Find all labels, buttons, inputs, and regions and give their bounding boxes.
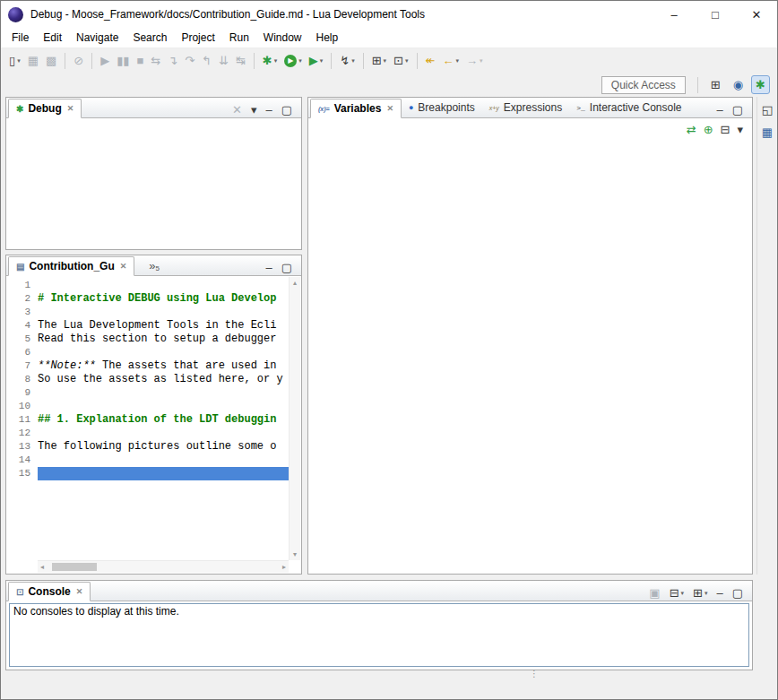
- back-button[interactable]: ←▾: [439, 53, 462, 68]
- line-number[interactable]: 15: [7, 467, 38, 480]
- menu-item[interactable]: File: [4, 29, 36, 47]
- forward-button[interactable]: →▾: [463, 53, 486, 68]
- menu-item[interactable]: Help: [309, 29, 346, 47]
- step-return-button[interactable]: ↰: [199, 53, 214, 68]
- close-window-button[interactable]: ✕: [736, 1, 777, 28]
- maximize-view-button[interactable]: ▢: [279, 102, 295, 117]
- menu-item[interactable]: Window: [256, 29, 309, 47]
- open-wizard-button[interactable]: ⊡▾: [391, 53, 411, 68]
- menu-item[interactable]: Navigate: [69, 29, 125, 47]
- debug-view-icon: ✱: [16, 104, 23, 114]
- console-output[interactable]: No consoles to display at this time.: [9, 603, 749, 667]
- attach-debug-button[interactable]: ↯▾: [337, 53, 357, 68]
- editor-horizontal-scrollbar[interactable]: ◂ ▸: [38, 560, 289, 573]
- open-console-button[interactable]: ⊞▾: [690, 585, 710, 601]
- display-selected-console-button[interactable]: ⊟▾: [667, 585, 687, 601]
- minimize-window-button[interactable]: –: [653, 1, 695, 28]
- collapse-all-button[interactable]: ⊟: [718, 122, 733, 137]
- scrollbar-thumb[interactable]: [52, 563, 97, 571]
- lua-perspective-button[interactable]: ◉: [729, 75, 748, 94]
- menu-item[interactable]: Search: [125, 29, 174, 47]
- minimize-view-button[interactable]: –: [713, 102, 725, 117]
- save-button[interactable]: ▦: [25, 53, 41, 68]
- quick-access-field[interactable]: Quick Access: [601, 76, 686, 94]
- tab-variables[interactable]: (x)= Variables ✕: [310, 99, 402, 118]
- save-all-button[interactable]: ▩: [43, 53, 59, 68]
- debug-perspective-button[interactable]: ✱: [751, 75, 770, 94]
- scroll-right-icon[interactable]: ▸: [280, 561, 289, 573]
- tab-breakpoints[interactable]: ● Breakpoints: [402, 98, 482, 117]
- scroll-down-icon[interactable]: ▾: [290, 549, 299, 560]
- use-step-filters-button[interactable]: ↹: [233, 53, 248, 68]
- tab-expressions[interactable]: x+y Expressions: [482, 98, 569, 117]
- line-number[interactable]: 6: [7, 346, 38, 359]
- line-number[interactable]: 8: [7, 373, 38, 386]
- tab-debug[interactable]: ✱ Debug ✕: [8, 99, 82, 118]
- line-number[interactable]: 5: [7, 333, 38, 346]
- external-tools-button[interactable]: ▶▾: [307, 53, 326, 68]
- view-menu-button[interactable]: ▾: [248, 102, 260, 117]
- minimize-view-button[interactable]: –: [263, 260, 274, 275]
- new-wizard-button[interactable]: ⊞▾: [369, 53, 389, 68]
- maximize-view-button[interactable]: ▢: [730, 585, 746, 601]
- sash-handle[interactable]: ⋮: [528, 670, 540, 678]
- line-number[interactable]: 11: [7, 413, 38, 427]
- remove-all-terminated-button[interactable]: ✕: [229, 102, 245, 117]
- line-number[interactable]: 13: [7, 440, 38, 454]
- close-tab-icon[interactable]: ✕: [120, 262, 127, 271]
- editor-text-area[interactable]: 1 2 # Interactive DEBUG using Lua Develo…: [7, 277, 289, 560]
- suspend-button[interactable]: ▮▮: [114, 53, 132, 68]
- menu-item[interactable]: Run: [222, 29, 256, 47]
- line-number[interactable]: 1: [7, 279, 38, 292]
- line-number[interactable]: 14: [7, 454, 38, 467]
- line-number[interactable]: 3: [7, 306, 38, 319]
- maximize-window-button[interactable]: □: [695, 1, 736, 28]
- skip-all-breakpoints-button[interactable]: ⊘: [71, 53, 86, 68]
- tab-icon: x+y: [489, 105, 499, 111]
- debug-button[interactable]: ✱▾: [260, 53, 280, 68]
- new-button[interactable]: ▯▾: [6, 53, 23, 68]
- line-number[interactable]: 2: [7, 292, 38, 306]
- maximize-view-button[interactable]: ▢: [279, 260, 295, 275]
- line-number[interactable]: 10: [7, 400, 38, 413]
- disconnect-button[interactable]: ⇆: [148, 53, 163, 68]
- scroll-left-icon[interactable]: ◂: [38, 561, 47, 573]
- outline-view-button[interactable]: ▦: [759, 125, 775, 140]
- tab-label: Variables: [334, 102, 382, 115]
- app-icon: [8, 7, 23, 22]
- step-over-button[interactable]: ↷: [182, 53, 197, 68]
- run-button[interactable]: ▶▾: [281, 53, 305, 69]
- toolbar-separator: [91, 53, 92, 69]
- drop-to-frame-button[interactable]: ⇊: [216, 53, 231, 68]
- view-menu-button[interactable]: ▾: [734, 122, 746, 137]
- toolbar-separator: [254, 53, 255, 69]
- close-tab-icon[interactable]: ✕: [67, 104, 74, 113]
- resume-button[interactable]: ▶: [98, 53, 112, 68]
- editor-vertical-scrollbar[interactable]: ▴ ▾: [289, 277, 300, 560]
- line-number[interactable]: 4: [7, 319, 38, 333]
- restore-views-button[interactable]: ◱: [759, 102, 775, 117]
- minimize-view-button[interactable]: –: [263, 102, 274, 117]
- close-tab-icon[interactable]: ✕: [386, 104, 393, 113]
- line-number[interactable]: 9: [7, 386, 38, 400]
- minimize-view-button[interactable]: –: [713, 585, 725, 601]
- menu-item[interactable]: Project: [174, 29, 221, 47]
- tab-contribution-guide[interactable]: ▤ Contribution_Gu ✕: [8, 256, 134, 276]
- scroll-up-icon[interactable]: ▴: [290, 277, 299, 289]
- show-logical-structure-button[interactable]: ⇄: [684, 122, 699, 137]
- tab-interactive-console[interactable]: >_ Interactive Console: [569, 98, 688, 117]
- line-number[interactable]: 12: [7, 427, 38, 440]
- open-perspective-button[interactable]: ⊞: [706, 75, 725, 94]
- maximize-view-button[interactable]: ▢: [730, 102, 746, 117]
- close-tab-icon[interactable]: ✕: [76, 587, 83, 596]
- last-edit-location-button[interactable]: ↞: [423, 53, 438, 68]
- toolbar-separator: [363, 53, 364, 69]
- menu-item[interactable]: Edit: [36, 29, 69, 47]
- terminate-button[interactable]: ■: [134, 53, 146, 68]
- new-watch-expression-button[interactable]: ⊕: [701, 122, 716, 137]
- editor-overflow-chevron[interactable]: » 5: [145, 255, 163, 275]
- tab-console[interactable]: ⊡ Console ✕: [8, 582, 91, 601]
- pin-console-button[interactable]: ▣: [646, 585, 662, 601]
- step-into-button[interactable]: ↴: [165, 53, 180, 68]
- line-number[interactable]: 7: [7, 359, 38, 373]
